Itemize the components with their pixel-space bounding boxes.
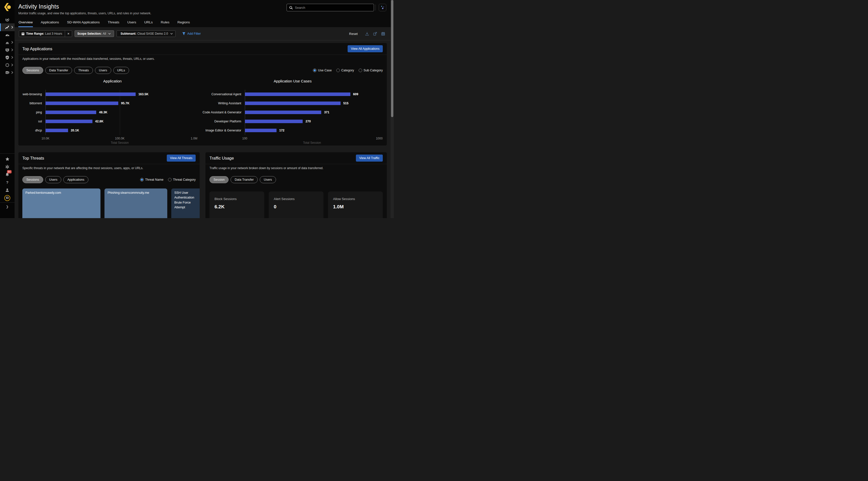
bar[interactable] (245, 120, 303, 123)
radio-sub-category[interactable]: Sub Category (359, 69, 383, 72)
chip-threats[interactable]: Threats (74, 67, 93, 74)
reset-button[interactable]: Reset (349, 32, 358, 36)
export-button[interactable] (373, 32, 377, 36)
radio-threat-category[interactable]: Threat Category (168, 178, 196, 181)
chip-users[interactable]: Users (260, 176, 276, 183)
view-all-applications-button[interactable]: View All Applications (348, 45, 383, 52)
bar[interactable] (45, 129, 68, 132)
favorites-button[interactable] (0, 155, 14, 163)
tab-users[interactable]: Users (127, 19, 136, 27)
bar-row: 172 (245, 126, 379, 135)
stat-label: Allow Sessions (333, 197, 378, 201)
bar[interactable] (245, 92, 350, 96)
sidebar-item-monitor[interactable] (0, 46, 14, 54)
chip-users[interactable]: Users (95, 67, 111, 74)
filter-value: All (103, 32, 106, 35)
treemap-tile-phishing[interactable]: Phishing:slearncommnuity.me (104, 188, 167, 218)
chip-session[interactable]: Session (210, 176, 228, 183)
chart-title: Application Use Cases (203, 79, 383, 83)
category-labels: Conversational AgentWriting AssistantCod… (203, 90, 245, 135)
remove-time-range-filter-button[interactable]: ✕ (65, 31, 72, 37)
treemap-tile-ssh-user-authentication-brute-force-attempt[interactable]: SSH User Authentication Brute Force Atte… (171, 188, 200, 218)
sidebar-item-incidents-alerts[interactable] (0, 39, 14, 46)
schedule-button[interactable] (381, 32, 385, 36)
tab-threats[interactable]: Threats (107, 19, 120, 27)
help-button[interactable]: ? (0, 178, 14, 186)
help-icon: ? (6, 180, 8, 184)
sidebar-item-command-center[interactable] (0, 16, 14, 23)
time-range-filter[interactable]: Time Range: Last 3 Hours ✕ (19, 30, 72, 37)
chip-users[interactable]: Users (45, 176, 62, 183)
chevron-right-icon[interactable] (11, 55, 13, 60)
tab-rules[interactable]: Rules (160, 19, 170, 27)
view-all-threats-button[interactable]: View All Threats (167, 155, 196, 161)
view-all-traffic-button[interactable]: View All Traffic (356, 155, 383, 161)
strata-hexagon-logo[interactable] (0, 0, 14, 14)
settings-button[interactable] (0, 163, 14, 171)
sidebar-item-activity-insights[interactable] (0, 23, 14, 31)
treemap-tile-parked[interactable]: Parked:kentonsawdy.com (22, 188, 100, 218)
bar-value-label: 20.1K (71, 129, 79, 132)
sidebar-nav (0, 16, 14, 77)
chip-applications[interactable]: Applications (63, 176, 88, 183)
bar-value-label: 515 (343, 101, 349, 105)
card-title: Traffic Usage (210, 156, 234, 160)
bar[interactable] (45, 111, 96, 114)
ai-copilot-button[interactable] (379, 4, 386, 11)
tab-applications[interactable]: Applications (40, 19, 59, 27)
sidebar-item-security-posture[interactable] (0, 54, 14, 61)
sidebar-expand-button[interactable]: ❯ (6, 204, 9, 209)
chevron-right-icon[interactable] (11, 63, 13, 67)
gear-icon (5, 164, 9, 169)
tab-overview[interactable]: Overview (18, 19, 33, 27)
chevron-right-icon[interactable] (11, 25, 13, 30)
subtenant-filter[interactable]: Subtenant: Cloud SASE Demo 2.0 (117, 30, 176, 37)
chevron-right-icon[interactable] (11, 48, 13, 52)
bar[interactable] (45, 120, 92, 123)
bar[interactable] (45, 101, 118, 105)
traffic-usage-card: Traffic Usage View All Traffic Traffic u… (206, 152, 387, 218)
tab-sd-wan-applications[interactable]: SD-WAN Applications (67, 19, 100, 27)
chevron-right-icon[interactable] (11, 70, 13, 75)
radio-category[interactable]: Category (336, 69, 354, 72)
chart-controls: SessionsUsersApplications Threat NameThr… (22, 176, 196, 183)
sidebar-item-dashboards[interactable] (0, 31, 14, 39)
radio-use-case[interactable]: Use Case (313, 69, 332, 72)
category-labels: web-browsingbittorrentpingssldhcp (22, 90, 45, 135)
scope-selection-filter[interactable]: Scope Selection: All (74, 30, 114, 37)
download-button[interactable] (365, 32, 369, 36)
add-filter-button[interactable]: Add Filter (182, 32, 201, 35)
chevron-right-icon[interactable] (11, 40, 13, 45)
sidebar-item-reports[interactable] (0, 69, 14, 77)
bar[interactable] (45, 92, 135, 96)
threats-treemap: Parked:kentonsawdy.comPhishing:slearncom… (22, 188, 196, 218)
search-input[interactable] (295, 6, 371, 9)
bar-row: 42.8K (45, 117, 194, 126)
chip-data-transfer[interactable]: Data Transfer (45, 67, 72, 74)
user-profile-button[interactable] (0, 186, 14, 194)
chip-urls[interactable]: URLs (113, 67, 129, 74)
chip-data-transfer[interactable]: Data Transfer (230, 176, 258, 183)
bar-value-label: 270 (305, 120, 311, 123)
sidebar-item-workflows[interactable] (0, 61, 14, 69)
application-use-cases-chart: Application Use Cases Conversational Age… (203, 77, 383, 146)
tab-urls[interactable]: URLs (144, 19, 153, 27)
group-by-radios: Use CaseCategorySub Category (313, 69, 383, 72)
chip-sessions[interactable]: Sessions (22, 67, 43, 74)
radio-label: Sub Category (364, 69, 383, 72)
tab-regions[interactable]: Regions (177, 19, 190, 27)
stat-value: 6.2K (215, 204, 259, 210)
stat-tile-allow-sessions: Allow Sessions1.0M (328, 191, 383, 218)
radio-label: Threat Category (173, 178, 196, 181)
metric-chip-group: SessionsData TransferThreatsUsersURLs (22, 67, 129, 74)
bar[interactable] (245, 129, 277, 132)
chip-sessions[interactable]: Sessions (22, 176, 43, 183)
bar[interactable] (245, 101, 341, 105)
tenant-avatar-button[interactable]: CI (0, 194, 14, 202)
bar-tracks: 609515371270172 (245, 90, 379, 135)
bar[interactable] (245, 111, 321, 114)
group-by-radios: Threat NameThreat Category (140, 178, 196, 181)
notifications-button[interactable]: 9+ (0, 171, 14, 178)
scrollbar-thumb[interactable] (391, 0, 393, 117)
radio-threat-name[interactable]: Threat Name (140, 178, 163, 181)
